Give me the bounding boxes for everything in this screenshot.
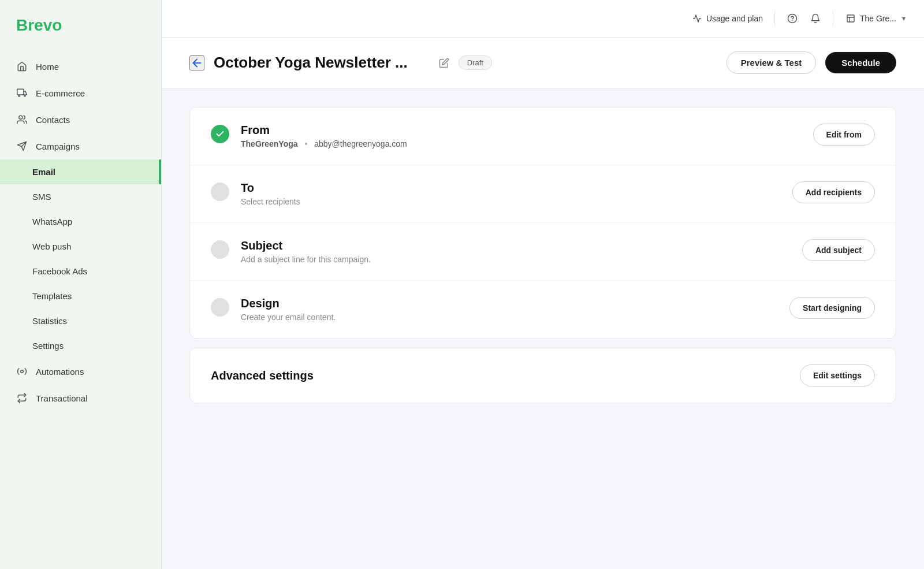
start-designing-button[interactable]: Start designing (789, 297, 875, 319)
sidebar-item-email[interactable]: Email (0, 159, 161, 184)
sidebar-item-contacts[interactable]: Contacts (0, 106, 161, 133)
svg-point-1 (18, 95, 20, 96)
brand-name: Brevo (16, 16, 62, 35)
preview-test-button[interactable]: Preview & Test (726, 51, 817, 74)
from-action: Edit from (813, 124, 875, 146)
account-menu[interactable]: The Gre... ▾ (845, 13, 906, 24)
add-subject-button[interactable]: Add subject (802, 239, 875, 261)
edit-from-button[interactable]: Edit from (813, 124, 875, 146)
sidebar-item-automations[interactable]: Automations (0, 358, 161, 385)
notifications-button[interactable] (810, 13, 821, 24)
to-section: To Select recipients Add recipients (190, 165, 896, 223)
subject-section: Subject Add a subject line for this camp… (190, 223, 896, 281)
page-title: October Yoga Newsletter ... (214, 54, 430, 72)
campaign-body: From TheGreenYoga • abby@thegreenyoga.co… (162, 88, 924, 422)
sidebar-item-facebookads[interactable]: Facebook Ads (0, 259, 161, 284)
page-content: October Yoga Newsletter ... Draft Previe… (162, 38, 924, 569)
sidebar-nav: Home E-commerce (0, 49, 161, 569)
sidebar-item-settings[interactable]: Settings (0, 333, 161, 358)
usage-plan-label: Usage and plan (706, 14, 763, 23)
add-recipients-button[interactable]: Add recipients (792, 181, 875, 203)
sidebar-item-campaigns-label: Campaigns (36, 142, 80, 151)
to-content: To Select recipients (241, 181, 781, 206)
main-area: Usage and plan (162, 0, 924, 569)
home-icon (16, 61, 28, 72)
sidebar-item-statistics[interactable]: Statistics (0, 308, 161, 333)
sidebar-item-ecommerce-label: E-commerce (36, 88, 85, 98)
design-status-icon (211, 298, 229, 317)
to-action: Add recipients (792, 181, 875, 203)
sidebar-item-whatsapp-label: WhatsApp (32, 217, 72, 226)
subject-subtitle: Add a subject line for this campaign. (241, 255, 791, 264)
design-section: Design Create your email content. Start … (190, 281, 896, 338)
sidebar: Brevo Home E-commerce (0, 0, 162, 569)
contacts-icon (16, 114, 28, 125)
draft-badge: Draft (459, 55, 492, 70)
sidebar-item-contacts-label: Contacts (36, 115, 70, 125)
transactional-icon (16, 392, 28, 404)
topbar: Usage and plan (162, 0, 924, 38)
from-title: From (241, 124, 802, 137)
usage-plan-link[interactable]: Usage and plan (691, 13, 763, 24)
campaigns-icon (16, 140, 28, 152)
sidebar-item-templates[interactable]: Templates (0, 284, 161, 308)
topbar-divider-1 (774, 12, 775, 25)
from-status-icon (211, 125, 229, 143)
sidebar-item-sms-label: SMS (32, 192, 51, 202)
chevron-down-icon: ▾ (902, 14, 906, 23)
subject-status-icon (211, 240, 229, 259)
sidebar-item-email-label: Email (32, 167, 55, 177)
from-meta: TheGreenYoga • abby@thegreenyoga.com (241, 139, 802, 148)
to-title: To (241, 181, 781, 195)
subject-content: Subject Add a subject line for this camp… (241, 239, 791, 264)
sidebar-item-transactional-label: Transactional (36, 393, 88, 403)
to-subtitle: Select recipients (241, 197, 781, 206)
sidebar-item-transactional[interactable]: Transactional (0, 385, 161, 411)
sender-email: abby@thegreenyoga.com (314, 139, 407, 148)
logo: Brevo (0, 0, 161, 49)
svg-rect-0 (17, 89, 24, 95)
usage-plan-icon (691, 13, 703, 24)
schedule-button[interactable]: Schedule (825, 52, 896, 73)
design-action: Start designing (789, 297, 875, 319)
sidebar-item-facebookads-label: Facebook Ads (32, 266, 87, 276)
sidebar-item-campaigns[interactable]: Campaigns (0, 133, 161, 159)
account-label: The Gre... (860, 14, 896, 23)
subject-action: Add subject (802, 239, 875, 261)
svg-point-2 (24, 95, 25, 96)
sidebar-item-whatsapp[interactable]: WhatsApp (0, 209, 161, 234)
svg-point-6 (21, 370, 24, 373)
to-status-icon (211, 183, 229, 201)
advanced-settings-section: Advanced settings Edit settings (189, 348, 896, 403)
sidebar-item-statistics-label: Statistics (32, 316, 67, 326)
sidebar-item-ecommerce[interactable]: E-commerce (0, 80, 161, 106)
bell-icon (810, 13, 821, 24)
subject-title: Subject (241, 239, 791, 252)
design-content: Design Create your email content. (241, 297, 778, 322)
design-subtitle: Create your email content. (241, 313, 778, 322)
sidebar-item-webpush-label: Web push (32, 241, 71, 251)
building-icon (845, 13, 856, 24)
sidebar-item-sms[interactable]: SMS (0, 184, 161, 209)
setup-card: From TheGreenYoga • abby@thegreenyoga.co… (189, 107, 896, 339)
sender-name: TheGreenYoga (241, 139, 298, 148)
automations-icon (16, 366, 28, 377)
sidebar-item-home-label: Home (36, 62, 59, 72)
help-button[interactable] (787, 13, 798, 24)
from-section: From TheGreenYoga • abby@thegreenyoga.co… (190, 107, 896, 165)
meta-dot: • (304, 139, 307, 148)
edit-settings-button[interactable]: Edit settings (800, 365, 875, 386)
from-content: From TheGreenYoga • abby@thegreenyoga.co… (241, 124, 802, 148)
sidebar-item-home[interactable]: Home (0, 53, 161, 80)
edit-title-button[interactable] (439, 58, 449, 68)
back-button[interactable] (189, 55, 204, 70)
sidebar-item-webpush[interactable]: Web push (0, 234, 161, 259)
sidebar-item-automations-label: Automations (36, 367, 84, 377)
sidebar-item-settings-label: Settings (32, 341, 64, 351)
design-title: Design (241, 297, 778, 310)
svg-rect-9 (847, 15, 854, 22)
advanced-title: Advanced settings (211, 369, 788, 382)
ecommerce-icon (16, 87, 28, 99)
sidebar-item-templates-label: Templates (32, 291, 72, 301)
page-header: October Yoga Newsletter ... Draft Previe… (162, 38, 924, 88)
